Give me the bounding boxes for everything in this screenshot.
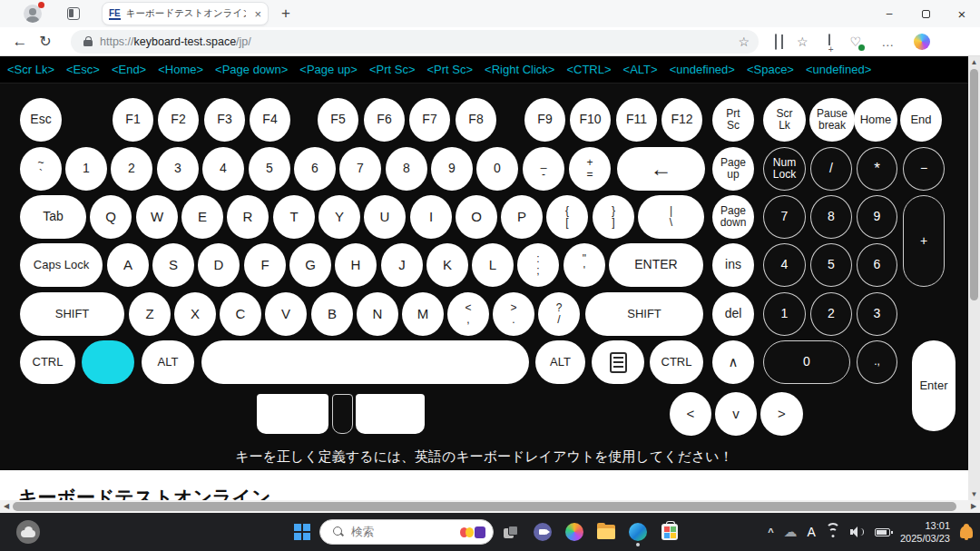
key-ctrl-right[interactable]: CTRL [650,340,703,384]
key-f9[interactable]: F9 [524,98,565,142]
key-l[interactable]: L [472,243,514,287]
browser-essentials-icon[interactable]: ♡ [850,34,862,49]
more-menu-icon[interactable]: … [881,34,894,49]
scroll-left-icon[interactable]: ◀ [0,500,13,513]
key-np-1[interactable]: 1 [763,292,806,336]
key-f6[interactable]: F6 [364,98,405,142]
key-minus[interactable]: _- [523,147,564,191]
key-np-0[interactable]: 0 [763,340,850,384]
tray-overflow-chevron-icon[interactable]: ^ [768,526,773,537]
favorites-icon[interactable]: ☆ [797,34,808,49]
key-w[interactable]: W [136,195,178,239]
key-np-add[interactable]: + [903,195,945,287]
key-r[interactable]: R [227,195,269,239]
key-scr-lk[interactable]: ScrLk [763,98,806,142]
key-y[interactable]: Y [318,195,360,239]
key-enter[interactable]: ENTER [609,243,703,287]
key-f12[interactable]: F12 [662,98,702,142]
battery-icon[interactable] [875,528,890,536]
onedrive-icon[interactable]: ☁ [784,524,798,540]
key-num-lock[interactable]: NumLock [763,147,806,191]
chat-icon[interactable] [533,521,553,543]
key-h[interactable]: H [335,243,377,287]
scroll-down-icon[interactable]: ▼ [968,488,980,500]
key-2[interactable]: 2 [111,147,152,191]
key-kana-center[interactable] [332,394,353,434]
key-esc[interactable]: Esc [20,98,62,142]
key-7[interactable]: 7 [339,147,381,191]
key-s[interactable]: S [152,243,194,287]
notification-bell-icon[interactable] [960,526,973,538]
key-win[interactable] [82,340,134,384]
key-shift-left[interactable]: SHIFT [20,292,124,336]
key-f2[interactable]: F2 [158,98,199,142]
key-p[interactable]: P [501,195,543,239]
key-np-9[interactable]: 9 [857,195,897,239]
key-caps-lock[interactable]: Caps Lock [20,243,103,287]
key-np-4[interactable]: 4 [763,243,806,287]
key-k[interactable]: K [426,243,468,287]
tab-actions-icon[interactable] [67,7,80,20]
back-button[interactable]: ← [7,33,33,51]
key-m[interactable]: M [402,292,444,336]
browser-tab[interactable]: FE キーボードテストオンライン - キーボード問 × [102,2,269,25]
key-backslash[interactable]: |\ [638,195,704,239]
key-prt-sc[interactable]: PrtSc [712,98,754,142]
key-tab[interactable]: Tab [20,195,86,239]
task-view-icon[interactable] [501,521,521,543]
key-a[interactable]: A [107,243,149,287]
key-henkan[interactable] [356,394,425,434]
key-menu[interactable] [592,340,644,384]
key-9[interactable]: 9 [431,147,473,191]
key-end[interactable]: End [900,98,942,142]
clock[interactable]: 13:01 2025/03/23 [900,519,950,546]
key-5[interactable]: 5 [249,147,290,191]
key-np-7[interactable]: 7 [763,195,806,239]
start-button[interactable] [294,524,310,540]
key-6[interactable]: 6 [294,147,336,191]
key-space[interactable] [201,340,529,384]
close-button[interactable]: × [944,0,980,27]
key-f5[interactable]: F5 [318,98,358,142]
taskbar-copilot-icon[interactable] [564,521,584,543]
edge-icon[interactable] [628,521,648,543]
key-f8[interactable]: F8 [456,98,496,142]
key-np-8[interactable]: 8 [810,195,852,239]
key-page-up[interactable]: Pageup [712,147,754,191]
key-f7[interactable]: F7 [409,98,450,142]
key-muhenkan[interactable] [257,394,328,434]
vertical-scroll-thumb[interactable] [970,69,978,300]
store-icon[interactable] [660,521,680,543]
ime-indicator[interactable]: A [808,525,816,539]
key-arrow-down[interactable]: v [715,392,757,436]
copilot-icon[interactable] [914,34,930,50]
split-screen-icon[interactable] [775,34,777,49]
new-tab-button[interactable]: + [281,5,290,23]
key-delete[interactable]: del [712,292,754,336]
key-3[interactable]: 3 [157,147,199,191]
key-np-enter[interactable]: Enter [912,340,956,431]
minimize-button[interactable]: – [871,0,907,27]
key-i[interactable]: I [410,195,452,239]
lock-icon[interactable] [83,36,93,46]
horizontal-scroll-thumb[interactable] [13,502,956,511]
key-o[interactable]: O [456,195,497,239]
key-arrow-left[interactable]: < [670,392,711,436]
key-quote[interactable]: "' [564,243,605,287]
key-4[interactable]: 4 [202,147,244,191]
address-bar[interactable]: https://keyboard-test.space/jp/ ☆ [71,30,759,54]
volume-icon[interactable] [850,526,865,537]
key-b[interactable]: B [311,292,353,336]
key-period[interactable]: >. [493,292,534,336]
key-v[interactable]: V [265,292,307,336]
key-1[interactable]: 1 [65,147,107,191]
key-f11[interactable]: F11 [616,98,657,142]
key-x[interactable]: X [174,292,216,336]
key-alt-right[interactable]: ALT [535,340,585,384]
refresh-button[interactable]: ↻ [33,33,58,50]
key-f4[interactable]: F4 [250,98,290,142]
key-np-decimal[interactable]: ., [857,340,897,384]
scroll-right-icon[interactable]: ▶ [967,500,980,513]
key-shift-right[interactable]: SHIFT [585,292,703,336]
key-f3[interactable]: F3 [204,98,245,142]
